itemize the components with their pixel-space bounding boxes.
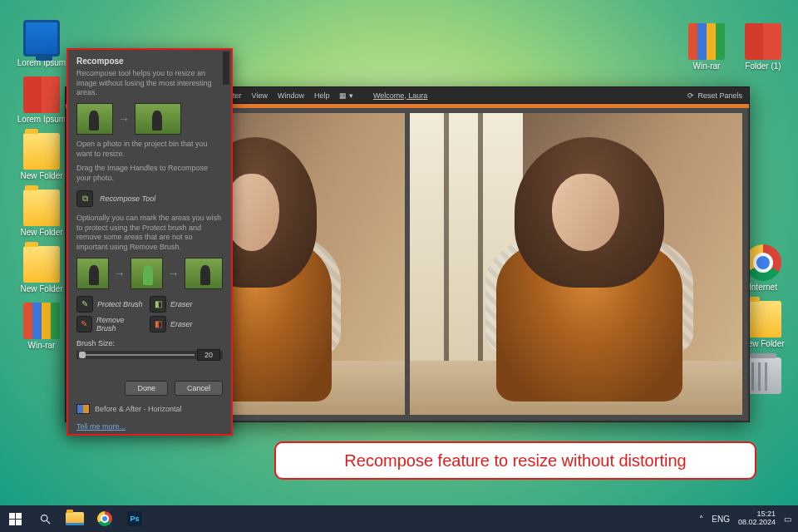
arrow-icon: →: [114, 267, 126, 280]
chrome-icon: [97, 511, 112, 526]
layout-toggle-icon[interactable]: ▦ ▾: [339, 91, 353, 100]
icon-label: New Folder: [15, 228, 68, 237]
protect-eraser-button[interactable]: ◧Eraser: [150, 296, 216, 313]
after-image: [410, 113, 742, 415]
desktop-icon-folder3[interactable]: New Folder: [15, 246, 68, 293]
start-button[interactable]: [0, 505, 30, 532]
chrome-icon: [745, 244, 781, 281]
svg-point-0: [41, 515, 47, 521]
tray-overflow-button[interactable]: ˄: [699, 515, 703, 524]
folder-icon: [23, 133, 60, 170]
desktop-icon-folder1-r[interactable]: Folder (1): [736, 23, 790, 71]
example-row-1: →: [76, 103, 223, 135]
taskbar-search-button[interactable]: [30, 505, 60, 532]
example-thumb: [76, 258, 109, 289]
panel-step2: Drag the Image Handles to Recompose your…: [76, 164, 223, 183]
taskbar-chrome-button[interactable]: [90, 505, 120, 532]
annotation-callout: Recompose feature to resize without dist…: [274, 441, 756, 480]
arrow-icon: →: [118, 112, 130, 126]
menu-window[interactable]: Window: [278, 91, 304, 100]
tray-language[interactable]: ENG: [712, 515, 730, 524]
recompose-panel: Recompose Recompose tool helps you to re…: [66, 48, 233, 436]
action-center-button[interactable]: ▭: [784, 515, 791, 524]
menu-help[interactable]: Help: [314, 91, 330, 100]
folder-icon: [23, 190, 60, 226]
tray-date: 08.02.2024: [738, 519, 776, 527]
icon-label: Folder (1): [736, 62, 790, 71]
eraser-icon: ◧: [150, 316, 166, 332]
icon-label: New Folder: [15, 284, 68, 293]
desktop-icon-winrar[interactable]: Win-rar: [15, 303, 68, 350]
protect-brush-button[interactable]: ✎Protect Brush: [76, 296, 143, 313]
folder-icon: [745, 301, 781, 337]
remove-brush-button[interactable]: ✎Remove Brush: [76, 316, 143, 332]
desktop: Lorem Ipsum Lorem Ipsum New Folder New F…: [0, 0, 798, 532]
brush-size-label: Brush Size:: [76, 339, 115, 347]
refresh-icon: ⟳: [687, 91, 694, 100]
archive-icon: [23, 303, 60, 339]
taskbar-explorer-button[interactable]: [60, 505, 90, 532]
desktop-icon-folder2[interactable]: New Folder: [15, 190, 68, 237]
recompose-tool-row[interactable]: ⧉ Recompose Tool: [76, 190, 223, 207]
example-thumb: [131, 258, 163, 289]
panel-step1: Open a photo in the project bin that you…: [76, 140, 223, 159]
folder-icon: [23, 246, 60, 283]
before-after-icon: [76, 404, 90, 414]
recompose-tool-icon: ⧉: [76, 190, 93, 207]
trash-icon: [745, 357, 781, 394]
before-after-mode[interactable]: Before & After - Horizontal: [76, 404, 223, 414]
remove-eraser-button[interactable]: ◧Eraser: [150, 316, 216, 332]
recompose-tool-label: Recompose Tool: [100, 195, 155, 203]
example-thumb: [135, 103, 181, 135]
icon-label: Lorem Ipsum: [15, 115, 68, 124]
arrow-icon: →: [168, 267, 180, 280]
before-after-label: Before & After - Horizontal: [95, 405, 182, 413]
done-button[interactable]: Done: [125, 381, 168, 396]
cancel-button[interactable]: Cancel: [175, 381, 223, 396]
remove-brush-icon: ✎: [76, 316, 92, 332]
brush-size-value[interactable]: 20: [197, 349, 220, 361]
panel-description: Recompose tool helps you to resize an im…: [76, 69, 223, 98]
tell-me-more-link[interactable]: Tell me more...: [76, 422, 223, 431]
brush-tools-grid: ✎Protect Brush ◧Eraser ✎Remove Brush ◧Er…: [76, 296, 223, 332]
tray-clock[interactable]: 15:21 08.02.2024: [738, 510, 776, 527]
icon-label: Win-rar: [15, 341, 68, 350]
archive-icon: [688, 23, 725, 60]
binder-icon: [23, 76, 60, 113]
icon-label: Win-rar: [680, 62, 733, 71]
binder-icon: [745, 23, 781, 60]
panel-title: Recompose: [76, 57, 223, 66]
desktop-icon-lorem2[interactable]: Lorem Ipsum: [15, 76, 68, 124]
example-thumb: [185, 258, 223, 289]
computer-icon: [23, 20, 60, 57]
menu-view[interactable]: View: [252, 91, 268, 100]
taskbar-photoshop-button[interactable]: Ps: [120, 505, 150, 532]
brush-size-slider[interactable]: 20: [76, 351, 223, 359]
taskbar: Ps ˄ ENG 15:21 08.02.2024 ▭: [0, 505, 798, 532]
file-explorer-icon: [66, 512, 84, 525]
example-row-2: → →: [76, 258, 223, 289]
desktop-icon-pc[interactable]: Lorem Ipsum: [15, 20, 68, 67]
desktop-icon-winrar-r[interactable]: Win-rar: [680, 23, 733, 71]
protect-brush-icon: ✎: [76, 296, 93, 313]
desktop-icon-folder1[interactable]: New Folder: [15, 133, 68, 180]
example-thumb: [76, 103, 113, 135]
svg-line-1: [47, 520, 50, 524]
search-icon: [39, 513, 52, 525]
brush-size-row: Brush Size: 20: [76, 339, 223, 359]
icon-label: New Folder: [15, 171, 68, 180]
panel-scrollbar[interactable]: [223, 52, 229, 85]
reset-panels-button[interactable]: ⟳ Reset Panels: [687, 91, 742, 100]
reset-label: Reset Panels: [697, 91, 742, 100]
panel-step3: Optionally you can mark the areas you wi…: [76, 214, 223, 253]
welcome-link[interactable]: Welcome, Laura: [373, 91, 427, 100]
eraser-icon: ◧: [150, 296, 166, 313]
windows-icon: [9, 513, 22, 525]
photoshop-icon: Ps: [127, 511, 142, 526]
